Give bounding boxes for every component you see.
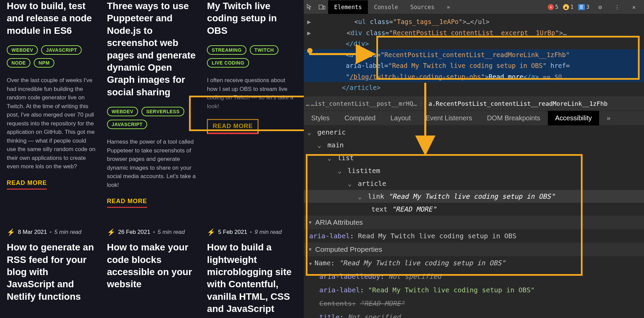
prop-value: Not specified	[388, 272, 441, 280]
post-title[interactable]: How to make your code blocks accessible …	[107, 241, 197, 291]
tab-elements[interactable]: Elements	[328, 0, 368, 14]
warning-count: 1	[570, 4, 573, 10]
tree-node[interactable]: list	[338, 154, 354, 162]
bolt-icon: ⚡	[207, 228, 215, 236]
post-readtime: 5 min read	[158, 229, 185, 236]
accessibility-pane: ⌄ generic ⌄ main ⌄ list ⌄ listitem ⌄ art…	[304, 126, 644, 318]
post-date: 26 Feb 2021	[118, 229, 150, 236]
section-computed-properties[interactable]: ▼Computed Properties	[304, 243, 644, 256]
prop-value: "READ MORE"	[360, 299, 404, 308]
tree-node[interactable]: article	[358, 179, 386, 188]
post-readtime: 9 min read	[254, 229, 281, 236]
post-date: 8 Mar 2021	[18, 229, 47, 236]
tree-node[interactable]: text	[371, 205, 387, 213]
tag-pill[interactable]: STREAMING	[207, 45, 246, 55]
separator-dot: •	[50, 229, 52, 236]
tag-pill[interactable]: JAVASCRIPT	[41, 45, 82, 55]
svg-rect-1	[323, 6, 325, 9]
post-title[interactable]: My Twitch live coding setup in OBS	[207, 0, 297, 37]
dom-tree[interactable]: ▶ <ul class="Tags_tags__1eAPo">…</ul> ▶ …	[304, 14, 644, 97]
post-excerpt: Harness the power of a tool called Puppe…	[107, 138, 197, 189]
post-card: How to build, test and release a node mo…	[7, 0, 97, 208]
post-excerpt: I often receive questions about how I se…	[207, 76, 297, 111]
subtab-event-listeners[interactable]: Event Listeners	[418, 111, 480, 125]
post-title[interactable]: How to generate an RSS feed for your blo…	[7, 241, 97, 303]
prop-key: aria-label	[319, 286, 360, 294]
tab-console[interactable]: Console	[368, 0, 404, 14]
tag-pill[interactable]: NPM	[34, 58, 54, 68]
subtabs-more[interactable]: »	[599, 111, 618, 125]
bolt-icon: ⚡	[107, 228, 115, 236]
subtab-accessibility[interactable]: Accessibility	[548, 111, 599, 125]
tree-node[interactable]: generic	[317, 128, 346, 136]
more-icon[interactable]: ⋮	[611, 4, 623, 10]
tree-node[interactable]: main	[327, 141, 344, 149]
post-readtime: 5 min read	[54, 229, 81, 236]
subtab-dom-breakpoints[interactable]: DOM Breakpoints	[480, 111, 548, 125]
aria-key: aria-label	[309, 232, 350, 240]
styles-tabbar: Styles Computed Layout Event Listeners D…	[304, 111, 644, 126]
prop-key: aria-labelledby	[319, 272, 380, 280]
subtab-layout[interactable]: Layout	[383, 111, 418, 125]
tree-node[interactable]: listitem	[348, 167, 380, 175]
dom-close-div: </div>	[346, 40, 369, 47]
svg-rect-0	[319, 5, 323, 9]
tree-node-name: "READ MORE"	[392, 205, 436, 213]
tag-pill[interactable]: JAVASCRIPT	[107, 120, 147, 129]
bolt-icon: ⚡	[7, 228, 15, 236]
computed-name-row[interactable]: ▼ Name: "Read My Twitch live coding setu…	[304, 256, 644, 270]
post-card: ⚡ 5 Feb 2021 • 9 min read How to build a…	[207, 208, 297, 318]
subtab-computed[interactable]: Computed	[337, 111, 383, 125]
post-card: Three ways to use Puppeteer and Node.js …	[107, 0, 197, 208]
warning-badge[interactable]: ▲1	[563, 4, 573, 10]
subtab-styles[interactable]: Styles	[304, 111, 337, 125]
inspect-icon[interactable]	[304, 4, 316, 10]
error-badge[interactable]: ✕5	[548, 4, 558, 10]
tag-pill[interactable]: WEBDEV	[7, 45, 38, 55]
tag-pill[interactable]: LIVE CODING	[207, 58, 249, 68]
post-card: My Twitch live coding setup in OBS STREA…	[207, 0, 297, 208]
post-excerpt: Over the last couple of weeks I've had i…	[7, 76, 97, 171]
post-title[interactable]: How to build, test and release a node mo…	[7, 0, 97, 37]
info-badge[interactable]: ☰3	[578, 4, 589, 10]
breakpoint-dot-icon	[307, 48, 313, 53]
separator-dot: •	[153, 229, 155, 236]
devtools-toolbar: Elements Console Sources » ✕5 ▲1 ☰3 ⚙ ⋮ …	[304, 0, 644, 14]
dom-close-article: </article>	[342, 84, 380, 91]
dom-breadcrumbs[interactable]: … …ist_contentList__post__mrHQ… 〉 a.Rece…	[304, 97, 644, 111]
crumb-item[interactable]: a.RecentPostList_contentList__readMoreLi…	[428, 100, 608, 107]
tabs-more[interactable]: »	[440, 0, 456, 14]
separator-dot: •	[250, 229, 252, 236]
tag-pill[interactable]: WEBDEV	[107, 107, 138, 116]
post-card: ⚡ 26 Feb 2021 • 5 min read How to make y…	[107, 208, 197, 318]
post-title[interactable]: Three ways to use Puppeteer and Node.js …	[107, 0, 197, 98]
read-more-link[interactable]: READ MORE	[207, 119, 259, 134]
blog-panel: How to build, test and release a node mo…	[0, 0, 304, 318]
prop-value: Not specified	[348, 313, 401, 318]
info-count: 3	[586, 4, 589, 10]
read-more-link[interactable]: READ MORE	[7, 179, 47, 190]
post-title[interactable]: How to build a lightweight microblogging…	[207, 241, 297, 315]
tree-node[interactable]: link	[368, 192, 384, 200]
post-card: ⚡ 8 Mar 2021 • 5 min read How to generat…	[7, 208, 97, 318]
tag-pill[interactable]: NODE	[7, 58, 30, 68]
crumb-item[interactable]: …ist_contentList__post__mrHQ…	[311, 100, 417, 107]
devtools-panel: Elements Console Sources » ✕5 ▲1 ☰3 ⚙ ⋮ …	[304, 0, 644, 318]
device-toggle-icon[interactable]	[316, 4, 328, 10]
tab-sources[interactable]: Sources	[404, 0, 441, 14]
tag-pill[interactable]: SERVERLESS	[141, 107, 184, 116]
prop-key: title	[319, 313, 340, 318]
read-more-link[interactable]: READ MORE	[107, 198, 147, 208]
error-count: 5	[555, 4, 558, 10]
close-icon[interactable]: ✕	[628, 4, 640, 10]
post-date: 5 Feb 2021	[218, 229, 247, 236]
gear-icon[interactable]: ⚙	[594, 4, 606, 10]
prop-key: Contents:	[319, 299, 356, 308]
tree-node-name: "Read My Twitch live coding setup in OBS…	[388, 192, 555, 200]
prop-value: "Read My Twitch live coding setup in OBS…	[368, 286, 535, 294]
tag-pill[interactable]: TWITCH	[250, 45, 278, 55]
section-aria-attributes[interactable]: ▼ARIA Attributes	[304, 216, 644, 229]
aria-value: Read My Twitch live coding setup in OBS	[358, 232, 517, 240]
